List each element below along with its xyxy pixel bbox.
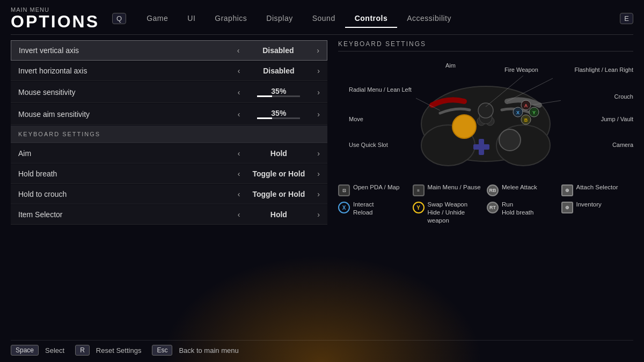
left-panel: Invert vertical axis ‹ Disabled › Invert… — [11, 40, 327, 340]
setting-row-mouse-aim-sensitivity[interactable]: Mouse aim sensitivity ‹ 35% › — [11, 104, 327, 125]
action-melee: RB Melee Attack — [487, 183, 559, 196]
jump-vault-label: Jump / Vault — [601, 116, 633, 122]
action-swap-weapon: Y Swap WeaponHide / Unhide weapon — [413, 201, 485, 225]
svg-point-3 — [452, 115, 476, 138]
chevron-right-icon-3[interactable]: › — [317, 88, 320, 97]
setting-row-item-selector[interactable]: Item Selector ‹ Hold › — [11, 205, 327, 225]
tab-game[interactable]: Game — [137, 10, 178, 27]
mouse-sensitivity-slider[interactable] — [257, 95, 300, 97]
tab-sound[interactable]: Sound — [303, 10, 345, 27]
menu-icon: ≡ — [413, 184, 425, 196]
chevron-left-icon-4[interactable]: ‹ — [238, 110, 240, 119]
xbox-x-icon: X — [338, 202, 350, 213]
svg-rect-6 — [473, 144, 489, 150]
flashlight-label: Flashlight / Lean Right — [575, 67, 633, 73]
use-quick-slot-label: Use Quick Slot — [349, 142, 388, 148]
key-q-badge: Q — [112, 13, 126, 24]
setting-name-mouse-aim-sensitivity: Mouse aim sensitivity — [18, 110, 238, 119]
setting-value-mouse-sensitivity: 35% — [246, 87, 311, 95]
action-run: RT RunHold breath — [487, 201, 559, 225]
key-e-badge: E — [620, 13, 633, 24]
footer-back-label: Back to main menu — [179, 346, 238, 354]
setting-name-item-selector: Item Selector — [18, 210, 238, 219]
page-title: OPTIONS — [11, 13, 99, 30]
action-text-melee: Melee Attack — [502, 183, 537, 191]
header-divider — [11, 34, 633, 35]
chevron-left-icon[interactable]: ‹ — [237, 46, 240, 55]
mouse-aim-sensitivity-slider[interactable] — [257, 117, 300, 119]
right-panel: KEYBOARD SETTINGS Aim Fire Weapon Flashl… — [338, 40, 633, 340]
content-area: Invert vertical axis ‹ Disabled › Invert… — [11, 40, 633, 340]
chevron-left-icon-5[interactable]: ‹ — [238, 149, 240, 158]
chevron-right-icon-8[interactable]: › — [317, 210, 320, 219]
chevron-right-icon-4[interactable]: › — [317, 110, 320, 119]
bottom-actions: ⊡ Open PDA / Map ≡ Main Menu / Pause RB … — [338, 183, 633, 225]
action-text-open-pda: Open PDA / Map — [353, 183, 399, 191]
keyboard-section-header: KEYBOARD SETTINGS — [11, 125, 327, 143]
setting-value-item-selector: Hold — [246, 210, 311, 219]
tab-display[interactable]: Display — [257, 10, 302, 27]
action-open-pda: ⊡ Open PDA / Map — [338, 183, 411, 196]
chevron-right-icon-5[interactable]: › — [317, 149, 320, 158]
tab-ui[interactable]: UI — [178, 10, 205, 27]
chevron-left-icon-2[interactable]: ‹ — [238, 67, 240, 75]
svg-text:A: A — [524, 103, 528, 108]
tab-graphics[interactable]: Graphics — [205, 10, 257, 27]
nav-tabs: Game UI Graphics Display Sound Controls … — [137, 10, 616, 27]
action-interact: X InteractReload — [338, 201, 411, 225]
rb-icon-inventory: ⊕ — [561, 202, 573, 213]
rb-icon-attach: ⊕ — [561, 184, 573, 196]
action-main-menu: ≡ Main Menu / Pause — [413, 183, 485, 196]
header-left: Main Menu OPTIONS — [11, 6, 99, 30]
setting-name-aim: Aim — [18, 149, 238, 158]
pda-icon: ⊡ — [338, 184, 350, 196]
rt-icon-run: RT — [487, 202, 499, 213]
chevron-right-icon[interactable]: › — [317, 46, 319, 55]
svg-text:Y: Y — [532, 110, 536, 115]
chevron-right-icon-2[interactable]: › — [317, 67, 320, 75]
chevron-left-icon-3[interactable]: ‹ — [238, 88, 240, 97]
svg-text:X: X — [516, 110, 519, 115]
setting-value-hold-breath: Toggle or Hold — [246, 169, 311, 178]
tab-accessibility[interactable]: Accessibility — [397, 10, 461, 27]
setting-row-hold-breath[interactable]: Hold breath ‹ Toggle or Hold › — [11, 164, 327, 184]
setting-row-mouse-sensitivity[interactable]: Mouse sensitivity ‹ 35% › — [11, 82, 327, 103]
chevron-left-icon-6[interactable]: ‹ — [238, 169, 240, 178]
action-text-run: RunHold breath — [502, 201, 533, 217]
move-label: Move — [349, 116, 363, 122]
action-text-main-menu: Main Menu / Pause — [428, 183, 481, 191]
controller-diagram: Aim Fire Weapon Flashlight / Lean Right … — [338, 57, 633, 175]
setting-name-invert-vertical: Invert vertical axis — [19, 46, 237, 55]
action-text-attach-selector: Attach Selector — [576, 183, 618, 191]
setting-value-mouse-aim-sensitivity: 35% — [246, 109, 311, 117]
action-text-inventory: Inventory — [576, 201, 602, 209]
crouch-label: Crouch — [614, 93, 633, 100]
setting-row-hold-crouch[interactable]: Hold to crouch ‹ Toggle or Hold › — [11, 184, 327, 204]
rb-icon-melee: RB — [487, 184, 499, 196]
setting-name-hold-crouch: Hold to crouch — [18, 190, 238, 198]
setting-row-aim[interactable]: Aim ‹ Hold › — [11, 144, 327, 164]
chevron-right-icon-6[interactable]: › — [317, 169, 320, 178]
action-text-interact: InteractReload — [353, 201, 374, 217]
chevron-left-icon-7[interactable]: ‹ — [238, 190, 240, 198]
svg-point-10 — [478, 103, 493, 118]
footer: Space Select R Reset Settings Esc Back t… — [11, 340, 633, 356]
chevron-left-icon-8[interactable]: ‹ — [238, 210, 240, 219]
keyboard-section-label: KEYBOARD SETTINGS — [18, 131, 100, 137]
setting-value-aim: Hold — [246, 149, 311, 158]
setting-value-hold-crouch: Toggle or Hold — [246, 190, 311, 198]
tab-controls[interactable]: Controls — [345, 10, 398, 27]
chevron-right-icon-7[interactable]: › — [317, 190, 320, 198]
setting-name-mouse-sensitivity: Mouse sensitivity — [18, 88, 238, 97]
setting-row-invert-vertical[interactable]: Invert vertical axis ‹ Disabled › — [11, 40, 327, 61]
setting-row-invert-horizontal[interactable]: Invert horizontal axis ‹ Disabled › — [11, 61, 327, 81]
action-text-swap-weapon: Swap WeaponHide / Unhide weapon — [428, 201, 485, 225]
setting-name-hold-breath: Hold breath — [18, 169, 238, 178]
svg-text:B: B — [524, 117, 528, 123]
footer-reset-label: Reset Settings — [96, 346, 142, 354]
keyboard-settings-title: KEYBOARD SETTINGS — [338, 40, 633, 51]
setting-value-invert-horizontal: Disabled — [246, 67, 311, 75]
key-esc: Esc — [152, 345, 172, 356]
key-space: Space — [11, 345, 39, 356]
action-attach-selector: ⊕ Attach Selector — [561, 183, 634, 196]
